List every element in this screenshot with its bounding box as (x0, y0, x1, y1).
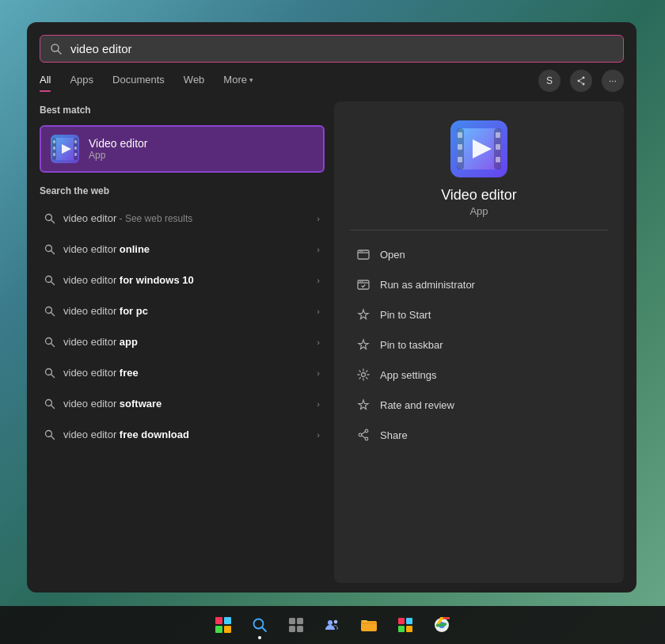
action-share[interactable]: Share (350, 421, 608, 449)
search-web-icon-2 (44, 275, 55, 286)
web-search-text-0: video editor - See web results (63, 212, 309, 224)
web-search-item-5[interactable]: video editor free › (40, 360, 325, 385)
action-app-settings[interactable]: App settings (350, 360, 608, 389)
web-search-item-1[interactable]: video editor online › (40, 237, 325, 261)
search-web-icon-6 (44, 398, 55, 410)
web-search-text-2: video editor for windows 10 (63, 274, 309, 286)
action-rate[interactable]: Rate and review (350, 391, 608, 419)
best-match-label: Best match (40, 105, 325, 116)
svg-line-28 (51, 374, 55, 377)
action-share-label: Share (380, 429, 408, 441)
store-icon (397, 617, 413, 633)
search-bar[interactable]: video editor (40, 35, 624, 63)
action-open[interactable]: Open (350, 240, 608, 269)
right-panel-app-subtitle: App (469, 205, 488, 217)
svg-point-44 (359, 251, 360, 252)
action-open-label: Open (380, 249, 405, 261)
svg-rect-46 (358, 280, 369, 289)
svg-line-6 (580, 81, 582, 82)
divider (350, 230, 608, 231)
svg-point-51 (365, 437, 368, 440)
rate-icon (356, 398, 370, 412)
action-pin-start-label: Pin to Start (380, 309, 431, 321)
web-search-text-5: video editor free (63, 367, 309, 379)
taskbar (0, 606, 665, 644)
app-icon-large (450, 120, 507, 177)
tabs-right-controls: S ··· (538, 70, 624, 92)
svg-rect-64 (398, 618, 405, 624)
chrome-icon (434, 617, 450, 633)
svg-line-56 (262, 627, 266, 631)
taskbar-teams[interactable] (317, 609, 348, 641)
svg-point-50 (365, 429, 368, 433)
svg-point-52 (359, 433, 362, 436)
video-film-icon (52, 138, 78, 160)
search-web-icon-7 (44, 429, 55, 440)
search-web-icon-4 (44, 337, 55, 348)
search-web-icon-0 (44, 213, 55, 224)
web-search-text-4: video editor app (63, 336, 309, 348)
web-search-text-7: video editor free download (63, 429, 309, 440)
svg-rect-59 (289, 626, 295, 632)
svg-rect-65 (406, 618, 412, 624)
svg-rect-58 (297, 618, 303, 624)
svg-rect-63 (361, 621, 377, 631)
svg-line-53 (362, 432, 366, 434)
web-search-text-3: video editor for pc (63, 305, 309, 317)
best-match-title: Video editor (89, 137, 147, 150)
web-search-item-2[interactable]: video editor for windows 10 › (40, 268, 325, 292)
file-explorer-icon (360, 617, 378, 633)
arrow-icon-1: › (317, 245, 320, 254)
arrow-icon-2: › (317, 276, 320, 285)
tab-bar: All Apps Documents Web More ▾ S ··· (27, 63, 636, 92)
more-options-btn[interactable]: ··· (602, 70, 624, 92)
web-search-item-7[interactable]: video editor free download › (40, 422, 325, 447)
svg-rect-39 (496, 132, 500, 138)
svg-line-18 (51, 219, 55, 223)
web-search-item-6[interactable]: video editor software › (40, 391, 325, 416)
task-view-icon (288, 617, 304, 633)
search-input[interactable]: video editor (70, 42, 614, 55)
best-match-text: Video editor App (89, 137, 147, 161)
web-search-item-4[interactable]: video editor app › (40, 330, 325, 354)
search-icon (50, 43, 63, 55)
action-app-settings-label: App settings (380, 369, 437, 381)
tab-more[interactable]: More ▾ (223, 69, 253, 92)
svg-rect-67 (406, 626, 412, 632)
action-pin-taskbar[interactable]: Pin to taskbar (350, 330, 608, 359)
arrow-icon-3: › (317, 307, 320, 316)
action-list: Open Run as administrator (350, 240, 608, 449)
svg-rect-11 (53, 147, 55, 150)
search-web-icon-5 (44, 368, 55, 379)
share-icon-btn[interactable] (570, 70, 592, 92)
svg-point-61 (328, 620, 332, 625)
taskbar-file-explorer[interactable] (353, 609, 385, 641)
svg-rect-12 (53, 153, 55, 156)
tab-all[interactable]: All (40, 69, 51, 92)
left-panel: Best match (40, 101, 325, 583)
taskbar-task-view[interactable] (280, 609, 312, 641)
teams-icon (325, 617, 340, 633)
web-search-item-0[interactable]: video editor - See web results › (40, 206, 325, 231)
taskbar-store[interactable] (390, 609, 421, 641)
tab-apps[interactable]: Apps (70, 69, 93, 92)
web-search-text-1: video editor online (63, 243, 309, 255)
web-search-item-3[interactable]: video editor for pc › (40, 299, 325, 323)
tab-documents[interactable]: Documents (112, 69, 165, 92)
svg-point-3 (583, 76, 585, 78)
action-pin-start[interactable]: Pin to Start (350, 300, 608, 329)
taskbar-windows-start[interactable] (207, 609, 239, 641)
admin-icon (356, 277, 370, 292)
search-panel: video editor All Apps Documents Web More… (27, 22, 636, 593)
windows-logo-icon (215, 617, 231, 633)
best-match-item[interactable]: Video editor App (40, 125, 325, 173)
svg-line-24 (51, 312, 55, 315)
taskbar-search[interactable] (244, 609, 276, 641)
tab-web[interactable]: Web (184, 69, 205, 92)
arrow-icon-5: › (317, 368, 320, 378)
svg-rect-60 (297, 626, 303, 632)
user-icon-btn[interactable]: S (538, 70, 560, 92)
action-run-admin[interactable]: Run as administrator (350, 270, 608, 299)
app-icon-video-editor (51, 135, 79, 163)
taskbar-chrome[interactable] (426, 609, 458, 641)
